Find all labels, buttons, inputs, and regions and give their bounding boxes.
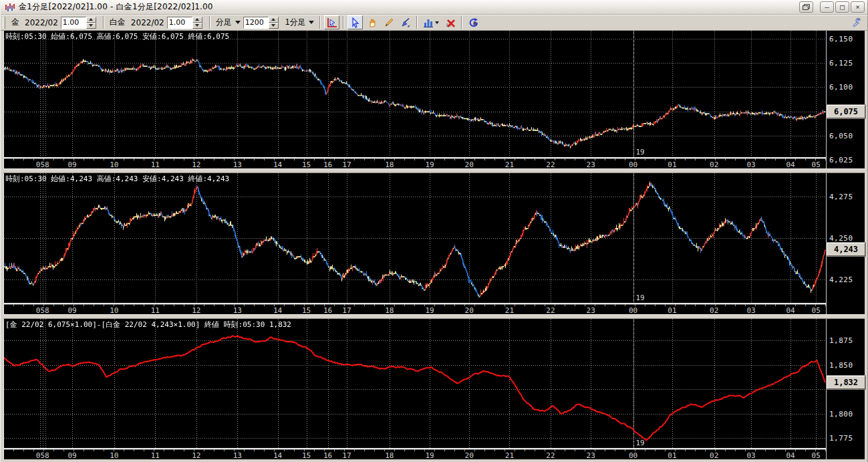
gold-symbol-label: 金 — [11, 17, 19, 28]
toolbar-separator — [343, 16, 344, 29]
chart-style-dropdown-button[interactable] — [421, 15, 441, 29]
platinum-chart-panel: 時刻:05:30 始値:4,243 高値:4,243 安値:4,243 終値:4… — [3, 173, 865, 314]
toolbar: 金 2022/02 白金 2022/02 分足 1分足 — [1, 15, 867, 31]
time-axis-label: 00 — [629, 160, 637, 169]
platinum-price-scale: 4,2754,2504,2254,243 — [826, 173, 865, 314]
spread-chart-panel: [金 22/02 6,075×1.00]-[白金 22/02 4,243×1.0… — [3, 319, 865, 459]
time-axis-label: 20 — [465, 451, 474, 460]
time-axis-label: 18 — [385, 160, 394, 169]
time-axis-label: 12 — [192, 160, 200, 169]
bar-count-spinner[interactable] — [269, 17, 279, 29]
time-axis-label: 02 — [710, 160, 718, 169]
price-scale-label: 1,800 — [829, 410, 853, 419]
time-axis-label: 15 — [302, 306, 311, 315]
chart-cursor-icon — [327, 17, 337, 28]
time-axis-label: 01 — [668, 306, 676, 315]
time-axis-label: 03 — [746, 306, 755, 315]
panel-splitter[interactable] — [3, 168, 865, 173]
time-axis-label: 18 — [385, 451, 394, 460]
time-axis-label: 09 — [67, 451, 76, 460]
time-axis-label: 15 — [302, 451, 311, 460]
minor-ticks — [4, 304, 826, 306]
toolbar-separator — [461, 16, 462, 29]
price-scale-label: 4,250 — [829, 234, 853, 243]
time-axis-label: 00 — [629, 306, 637, 315]
time-axis-label: 10 — [110, 306, 118, 315]
spread-chart-canvas[interactable] — [4, 319, 826, 448]
time-axis-label: 04 — [786, 451, 794, 460]
time-axis-label: 16 — [323, 160, 332, 169]
candlestick-app-icon — [5, 3, 15, 12]
time-axis-label: 10 — [110, 160, 118, 169]
minimize-button[interactable]: – — [820, 1, 834, 13]
platinum-symbol-label: 白金 — [110, 17, 126, 28]
time-axis-label: 058 — [36, 160, 49, 169]
price-scale-label: 6,125 — [829, 59, 853, 68]
minor-ticks — [4, 158, 826, 160]
draw-line-tool-button[interactable] — [381, 15, 396, 29]
bar-count-input[interactable] — [243, 17, 269, 29]
platinum-multiplier-input[interactable] — [167, 17, 192, 29]
price-scale-label: 6,025 — [829, 156, 853, 164]
time-axis-label: 14 — [273, 451, 282, 460]
window-controls: – □ × — [799, 1, 865, 13]
close-button[interactable]: × — [851, 1, 865, 13]
platinum-ohlc-readout: 時刻:05:30 始値:4,243 高値:4,243 安値:4,243 終値:4… — [5, 174, 229, 184]
platinum-contract-month[interactable]: 2022/02 — [131, 18, 164, 27]
toolbar-separator — [209, 16, 210, 29]
last-price-box: 4,243 — [827, 243, 865, 256]
time-axis-label: 09 — [67, 306, 76, 315]
time-axis-label: 19 — [426, 306, 434, 315]
select-tool-button[interactable] — [347, 15, 363, 29]
pen-icon — [400, 17, 411, 28]
settings-wrench-button[interactable] — [849, 15, 864, 29]
bar-type-dropdown[interactable]: 分足 — [213, 16, 243, 29]
time-axis-label: 18 — [385, 306, 394, 315]
bar-chart-icon — [423, 17, 434, 28]
annotate-pen-tool-button[interactable] — [398, 15, 413, 29]
panel-splitter[interactable] — [3, 314, 865, 319]
gold-multiplier-input[interactable] — [61, 17, 86, 29]
gold-contract-month[interactable]: 2022/02 — [25, 18, 58, 27]
time-axis-label: 22 — [546, 451, 555, 460]
chart-area: 時刻:05:30 始値:6,075 高値:6,075 安値:6,075 終値:6… — [1, 31, 867, 462]
time-axis-label: 14 — [273, 306, 282, 315]
delete-x-icon — [445, 17, 456, 28]
toolbar-separator — [319, 16, 321, 29]
restore-window-button[interactable] — [799, 1, 813, 13]
last-price-box: 1,832 — [827, 376, 865, 389]
pencil-icon — [384, 17, 394, 28]
time-axis-label: 09 — [67, 160, 76, 169]
chevron-down-icon — [235, 21, 241, 24]
time-axis-label: 23 — [587, 160, 595, 169]
time-axis-label: 05 — [812, 451, 821, 460]
wrench-icon — [851, 17, 862, 28]
time-axis-label: 05 — [812, 306, 821, 315]
delete-drawings-button[interactable] — [442, 15, 458, 29]
time-axis-label: 17 — [342, 160, 351, 169]
chart-cursor-tool-button[interactable] — [324, 15, 339, 29]
platinum-chart-canvas[interactable] — [4, 173, 826, 303]
time-axis-label: 058 — [36, 306, 49, 315]
time-axis-label: 20 — [465, 306, 474, 315]
pan-tool-button[interactable] — [364, 15, 380, 29]
time-axis-label: 15 — [302, 160, 311, 169]
gold-multiplier-spinner[interactable] — [86, 17, 96, 29]
time-axis-label: 03 — [746, 451, 755, 460]
price-scale-label: 6,050 — [829, 132, 853, 140]
platinum-time-axis: 0580910111213141516171819202122230001020… — [4, 303, 826, 314]
time-axis-label: 10 — [110, 451, 118, 460]
time-axis-label: 13 — [233, 306, 242, 315]
price-scale-label: 4,275 — [829, 193, 853, 201]
gold-chart-canvas[interactable] — [4, 31, 826, 157]
price-scale-label: 6,150 — [829, 35, 853, 43]
timeframe-dropdown[interactable]: 1分足 — [283, 16, 317, 29]
time-axis-label: 17 — [342, 451, 351, 460]
platinum-multiplier-spinner[interactable] — [192, 17, 202, 29]
time-axis-label: 11 — [151, 160, 160, 169]
reload-chart-button[interactable]: R — [466, 15, 481, 29]
time-axis-label: 22 — [546, 160, 555, 169]
toolbar-grip[interactable] — [3, 17, 5, 29]
maximize-button[interactable]: □ — [835, 1, 849, 13]
chevron-down-icon — [309, 21, 314, 24]
